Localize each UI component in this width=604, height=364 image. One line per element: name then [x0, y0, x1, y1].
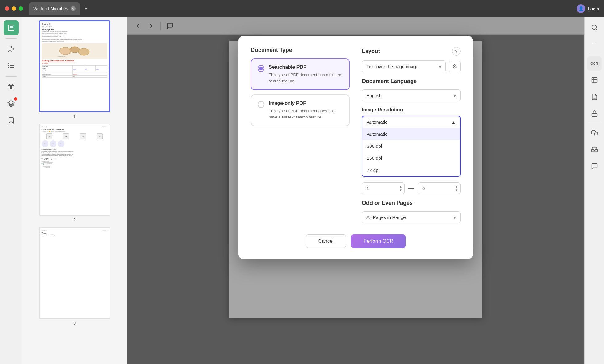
odd-even-title: Odd or Even Pages: [362, 200, 461, 206]
image-only-pdf-desc: This type of PDF document does not have …: [269, 108, 343, 120]
title-bar: World of Microbes × + 👤 Login: [0, 0, 604, 17]
language-select[interactable]: English French German Spanish: [362, 89, 461, 101]
language-select-wrap: English French German Spanish ▼: [362, 89, 461, 101]
sidebar-item-bookmark[interactable]: [4, 113, 19, 128]
layout-gear-button[interactable]: ⚙: [449, 61, 461, 72]
sidebar-item-list[interactable]: [4, 58, 19, 73]
page-to-up[interactable]: ▲: [454, 185, 459, 188]
resolution-dropdown[interactable]: Automatic ▲ Automatic 300 dpi 150 dpi 72…: [362, 116, 461, 177]
svg-rect-10: [8, 85, 11, 89]
share-right-button[interactable]: [587, 126, 602, 140]
close-button[interactable]: [5, 6, 9, 11]
perform-ocr-button[interactable]: Perform OCR: [351, 234, 406, 248]
page-from-down[interactable]: ▼: [398, 188, 403, 192]
sidebar-divider-1: [6, 38, 17, 39]
avatar: 👤: [577, 4, 585, 13]
resolution-option-automatic[interactable]: Automatic: [362, 128, 460, 140]
resolution-option-150dpi[interactable]: 150 dpi: [362, 152, 460, 164]
image-only-radio[interactable]: [258, 101, 264, 108]
odd-even-select[interactable]: All Pages in Range Odd Pages Only Even P…: [362, 211, 461, 223]
pdf-area: BACTERIA eative cell: [127, 17, 584, 364]
active-tab[interactable]: World of Microbes ×: [29, 2, 80, 15]
layout-row: Text over the page image Text under the …: [362, 60, 461, 72]
page-range-row: ▲ ▼ — ▲ ▼: [362, 182, 461, 194]
page-from-wrap: ▲ ▼: [362, 182, 405, 194]
thumbnail-label: 3: [73, 321, 76, 325]
ocr-right-button[interactable]: OCR: [587, 56, 602, 71]
resolution-current-value[interactable]: Automatic ▲: [362, 116, 460, 128]
resolution-option-300dpi[interactable]: 300 dpi: [362, 140, 460, 152]
chat-right-button[interactable]: [587, 159, 602, 173]
searchable-pdf-desc: This type of PDF document has a full tex…: [269, 72, 343, 84]
range-separator: —: [408, 185, 414, 192]
page-to-down[interactable]: ▼: [454, 188, 459, 192]
file-right-button[interactable]: [587, 90, 602, 104]
svg-point-15: [70, 47, 80, 53]
resolution-title: Image Resolution: [362, 107, 461, 113]
scan-right-button[interactable]: [587, 73, 602, 87]
maximize-button[interactable]: [19, 6, 23, 11]
svg-rect-32: [592, 78, 597, 83]
login-area[interactable]: 👤 Login: [577, 4, 599, 13]
minimize-button[interactable]: [12, 6, 16, 11]
svg-rect-12: [10, 84, 13, 85]
svg-text:eukaryotic cell: eukaryotic cell: [58, 56, 65, 57]
page-to-wrap: ▲ ▼: [418, 182, 461, 194]
layout-select[interactable]: Text over the page image Text under the …: [362, 60, 446, 72]
dialog-overlay: Document Type Searchable PDF This type o…: [127, 17, 584, 364]
searchable-pdf-title: Searchable PDF: [269, 64, 343, 70]
left-sidebar: [0, 17, 22, 364]
thumbnail-item[interactable]: Chapter 3 FUNGI Yeast Yeast are single-c…: [25, 227, 124, 325]
thumbnail-item[interactable]: Chapter 2 FUNGI Gram Staining Procedure …: [25, 124, 124, 222]
cancel-button[interactable]: Cancel: [306, 234, 346, 248]
searchable-radio[interactable]: [258, 65, 264, 72]
image-only-pdf-info: Image-only PDF This type of PDF document…: [269, 101, 343, 120]
page-from-up[interactable]: ▲: [398, 185, 403, 188]
svg-point-7: [8, 64, 9, 64]
sidebar-item-document[interactable]: [4, 20, 19, 35]
dialog-content: Document Type Searchable PDF This type o…: [251, 47, 461, 232]
right-minus-button[interactable]: [587, 37, 602, 51]
document-type-title: Document Type: [251, 47, 350, 53]
resolution-options-list: Automatic 300 dpi 150 dpi 72 dpi: [362, 128, 460, 176]
thumbnail-item[interactable]: Chapter 1 BACTERIA Endospores Endospores…: [25, 20, 124, 119]
tab-bar: World of Microbes × +: [29, 2, 577, 15]
traffic-lights: [5, 6, 23, 11]
searchable-pdf-card[interactable]: Searchable PDF This type of PDF document…: [251, 58, 350, 90]
thumbnail-label: 2: [73, 217, 76, 222]
page-to-stepper: ▲ ▼: [454, 185, 459, 192]
new-tab-button[interactable]: +: [82, 4, 90, 13]
lock-right-button[interactable]: [587, 106, 602, 121]
thumbnail-frame[interactable]: Chapter 1 BACTERIA Endospores Endospores…: [39, 20, 110, 112]
tab-close-button[interactable]: ×: [71, 6, 76, 11]
svg-point-16: [78, 48, 89, 55]
main-container: Chapter 1 BACTERIA Endospores Endospores…: [0, 17, 604, 364]
radio-inner: [259, 67, 263, 70]
mail-right-button[interactable]: [587, 143, 602, 157]
svg-point-9: [8, 67, 9, 68]
tab-title: World of Microbes: [33, 6, 68, 11]
image-only-pdf-card[interactable]: Image-only PDF This type of PDF document…: [251, 94, 350, 126]
resolution-option-72dpi[interactable]: 72 dpi: [362, 164, 460, 176]
image-only-pdf-title: Image-only PDF: [269, 101, 343, 106]
thumbnail-frame[interactable]: Chapter 3 FUNGI Yeast Yeast are single-c…: [39, 227, 110, 319]
sidebar-item-brush[interactable]: [4, 42, 19, 56]
svg-point-14: [59, 47, 72, 55]
language-title: Document Language: [362, 78, 461, 85]
dialog-right-column: Layout ? Text over the page image Text u…: [362, 47, 461, 232]
svg-rect-11: [11, 85, 14, 89]
sidebar-item-pages[interactable]: [4, 80, 19, 94]
right-search-button[interactable]: [587, 20, 602, 35]
thumbnail-label: 1: [73, 114, 76, 119]
sidebar-item-layers[interactable]: [4, 96, 19, 111]
login-label[interactable]: Login: [588, 6, 599, 11]
thumbnail-frame[interactable]: Chapter 2 FUNGI Gram Staining Procedure …: [39, 124, 110, 216]
help-button[interactable]: ?: [452, 47, 461, 56]
layout-title: Layout: [362, 48, 380, 55]
resolution-section: Image Resolution Automatic ▲ Automatic 3…: [362, 107, 461, 177]
sidebar-divider-2: [6, 76, 17, 77]
dialog-left-column: Document Type Searchable PDF This type o…: [251, 47, 350, 232]
right-divider-1: [589, 54, 600, 54]
right-divider-2: [589, 123, 600, 123]
ocr-dialog: Document Type Searchable PDF This type o…: [238, 36, 473, 259]
